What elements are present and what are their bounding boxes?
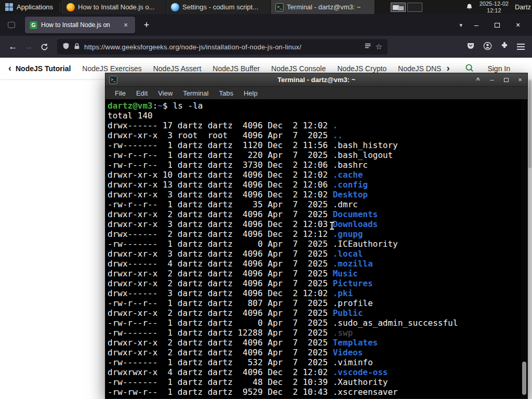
extensions-icon[interactable] xyxy=(500,42,509,52)
tab-title: How to Install Node.js on xyxy=(41,21,117,29)
taskbar-window-firefox[interactable]: How to Install Node.js o... xyxy=(62,0,166,14)
file-row: -rw------- 1 dartz dartz 532 Apr 7 2025 … xyxy=(108,357,527,367)
taskbar-window-settings[interactable]: Settings - codium script... xyxy=(166,0,271,14)
browser-scrollbar-thumb[interactable] xyxy=(528,80,531,168)
window-maximize-button[interactable] xyxy=(490,23,504,28)
clock-date: 2025-12-02 xyxy=(480,1,509,7)
lock-icon[interactable] xyxy=(74,43,80,51)
nav-item-nodejs-crypto[interactable]: NodeJS Crypto xyxy=(337,64,387,73)
file-row: drwxr-xr-x 2 dartz dartz 4096 Apr 7 2025… xyxy=(108,338,527,348)
total-line: total 140 xyxy=(108,111,527,121)
file-row: drwxr-xr-x 2 dartz dartz 4096 Apr 7 2025… xyxy=(108,209,527,219)
reader-mode-icon[interactable] xyxy=(364,43,371,51)
mouse-text-cursor xyxy=(329,221,335,231)
list-all-tabs-chevron-icon[interactable]: ▾ xyxy=(459,22,462,29)
terminal-titlebar[interactable]: >_ Terminal - dartz@vm3: ~ ^ – × xyxy=(105,73,527,87)
file-row: drwxr-xr-x 2 dartz dartz 4096 Apr 7 2025… xyxy=(108,308,527,318)
forward-button[interactable]: → xyxy=(21,39,36,55)
file-row: drwxr-xr-x 2 dartz dartz 4096 Apr 7 2025… xyxy=(108,348,527,357)
notifications-bell-icon[interactable] xyxy=(466,3,473,11)
site-nav-items: NodeJS Tutorial NodeJS Exercises NodeJS … xyxy=(16,64,441,73)
file-row: drwx------ 3 dartz dartz 4096 Dec 2 12:0… xyxy=(108,288,527,298)
prompt-path: ~ xyxy=(157,101,163,111)
nav-item-nodejs-dns[interactable]: NodeJS DNS xyxy=(398,64,441,73)
taskbar-window-title: Settings - codium script... xyxy=(182,3,258,11)
username-label: Dartz xyxy=(515,3,531,11)
account-icon[interactable] xyxy=(483,42,492,52)
terminal-scrollbar[interactable] xyxy=(521,99,527,398)
tab-close-icon[interactable]: × xyxy=(121,20,130,30)
file-row: drwxr-xr-x 3 root root 4096 Apr 7 2025 .… xyxy=(108,130,527,140)
file-row: drwxr-xr-x 3 dartz dartz 4096 Dec 2 12:0… xyxy=(108,190,527,200)
clock-time: 12:12 xyxy=(480,7,509,14)
taskbar-window-terminal[interactable]: >_ Terminal - dartz@vm3: ~ xyxy=(271,0,375,14)
pocket-icon[interactable] xyxy=(467,42,475,52)
file-row: drwxr-xr-x 13 dartz dartz 4096 Dec 2 12:… xyxy=(108,180,527,190)
terminal-close-button[interactable]: × xyxy=(516,76,524,84)
file-row: drwxr-xr-x 2 dartz dartz 4096 Apr 7 2025… xyxy=(108,269,527,278)
terminal-menubar: File Edit View Terminal Tabs Help xyxy=(105,87,527,99)
menu-edit[interactable]: Edit xyxy=(131,87,153,99)
file-row: drwxr-xr-x 10 dartz dartz 4096 Dec 2 12:… xyxy=(108,170,527,180)
applications-label: Applications xyxy=(17,3,53,11)
search-icon[interactable] xyxy=(465,63,474,74)
url-text[interactable]: https://www.geeksforgeeks.org/node-js/in… xyxy=(84,43,360,51)
applications-icon xyxy=(5,3,13,11)
menu-view[interactable]: View xyxy=(153,87,178,99)
firefox-view-icon[interactable] xyxy=(5,19,18,31)
nav-item-nodejs-tutorial[interactable]: NodeJS Tutorial xyxy=(16,64,71,73)
nav-item-nodejs-assert[interactable]: NodeJS Assert xyxy=(153,64,202,73)
typed-command: ls -la xyxy=(173,101,203,111)
firefox-icon xyxy=(66,3,75,11)
terminal-maximize-button[interactable] xyxy=(502,78,510,82)
tracking-shield-icon[interactable] xyxy=(62,42,70,51)
nav-prev-chevron-icon[interactable]: ‹ xyxy=(6,63,14,74)
file-row: -rw------- 1 dartz dartz 0 Apr 7 2025 .I… xyxy=(108,239,527,249)
workspace-pager[interactable] xyxy=(389,0,424,14)
file-row: drwx------ 4 dartz dartz 4096 Apr 7 2025… xyxy=(108,259,527,269)
settings-window-icon xyxy=(171,3,179,11)
terminal-shade-button[interactable]: ^ xyxy=(474,76,482,84)
clock[interactable]: 2025-12-02 12:12 xyxy=(480,1,509,14)
prompt-colon: : xyxy=(153,101,158,111)
terminal-minimize-button[interactable]: – xyxy=(488,76,496,84)
top-panel: Applications How to Install Node.js o...… xyxy=(0,0,532,14)
tab-bar: G How to Install Node.js on × + ▾ – × xyxy=(0,14,532,36)
url-bar[interactable]: https://www.geeksforgeeks.org/node-js/in… xyxy=(57,39,388,55)
browser-tab[interactable]: G How to Install Node.js on × xyxy=(25,17,135,33)
back-button[interactable]: ← xyxy=(5,39,21,55)
browser-toolbar: ← → https://www.geeksforgeeks.org/node-j… xyxy=(0,36,532,58)
bookmark-star-icon[interactable]: ☆ xyxy=(376,42,382,51)
menu-file[interactable]: File xyxy=(110,87,131,99)
terminal-output[interactable]: dartz@vm3:~$ls -la total 140 drwx------ … xyxy=(105,99,527,398)
panel-separator xyxy=(60,2,60,12)
window-close-button[interactable]: × xyxy=(511,21,525,29)
nav-next-chevron-icon[interactable]: › xyxy=(444,63,451,74)
menu-help[interactable]: Help xyxy=(238,87,263,99)
nav-item-nodejs-console[interactable]: NodeJS Console xyxy=(271,64,326,73)
file-row: -rw-rw-r-- 1 dartz dartz 9529 Dec 2 10:4… xyxy=(108,387,527,397)
terminal-scrollbar-thumb[interactable] xyxy=(522,362,526,395)
prompt-user-host: dartz@vm3 xyxy=(108,101,153,111)
file-row: drwxr-xr-x 2 dartz dartz 4096 Apr 7 2025… xyxy=(108,278,527,288)
nav-item-nodejs-buffer[interactable]: NodeJS Buffer xyxy=(212,64,260,73)
nav-item-nodejs-exercises[interactable]: NodeJS Exercises xyxy=(82,64,141,73)
terminal-title: Terminal - dartz@vm3: ~ xyxy=(105,76,527,84)
menu-terminal[interactable]: Terminal xyxy=(178,87,214,99)
menu-hamburger-icon[interactable] xyxy=(517,46,525,47)
file-row: -rw------- 1 dartz dartz 12288 Apr 7 202… xyxy=(108,328,527,338)
workspace-1[interactable] xyxy=(391,3,406,12)
file-row: drwxrwxr-x 4 dartz dartz 4096 Dec 2 12:0… xyxy=(108,367,527,377)
terminal-window: >_ Terminal - dartz@vm3: ~ ^ – × File Ed… xyxy=(105,73,528,399)
menu-tabs[interactable]: Tabs xyxy=(214,87,238,99)
file-row: drwxr-xr-x 3 dartz dartz 4096 Apr 7 2025… xyxy=(108,249,527,259)
file-row: -rw------- 1 dartz dartz 1120 Dec 2 11:5… xyxy=(108,140,527,150)
file-row: -rw-r--r-- 1 dartz dartz 807 Apr 7 2025 … xyxy=(108,298,527,308)
window-minimize-button[interactable]: – xyxy=(470,21,483,29)
reload-button[interactable] xyxy=(36,39,52,55)
applications-menu-button[interactable]: Applications xyxy=(0,0,58,14)
browser-scrollbar[interactable] xyxy=(528,79,532,399)
workspace-2[interactable] xyxy=(407,3,422,12)
sign-in-link[interactable]: Sign In xyxy=(487,64,510,73)
new-tab-button[interactable]: + xyxy=(139,18,154,32)
